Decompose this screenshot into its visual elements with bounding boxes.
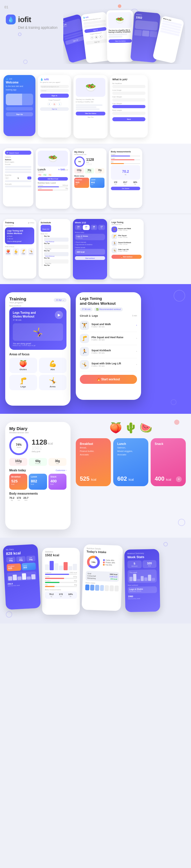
login-phone: 💧 iofit Welcometo the best diet andtrain… [3, 75, 35, 136]
large-diary-section: My Diary Mediterranean diet 74% done 112… [0, 414, 191, 538]
large-training-section: Training Your program 22 Apr ⌄ Next work… [0, 284, 191, 414]
training-section: Training ▶ 5 Films Your program Legs Ton… [0, 213, 191, 284]
bottom-phone-3: Nutrition Details Today's Intake 74% Car… [82, 545, 123, 611]
what-is-you-card: What Is yoU Be Healthier Lose Image Gain… [110, 75, 148, 137]
schedule-phone: Schedule Week 1/12 Week 2/12 Day 1 ▶ Leg… [39, 219, 71, 279]
bottom-phone-4: Workout Summary Week Stats 5 Workouts 32… [124, 549, 160, 612]
bottom-phone-1: My Diary 828 kcal Carbs60g Prot40g Fat20… [3, 544, 41, 610]
diary-phone-sm: My Diary Mediterranean diet 74% 1128 kca… [72, 148, 107, 209]
hero-phones: My Diary 💧 iofit Welcome Sign Up 💧 iofit… [63, 9, 185, 64]
hero-section: 01 💧 iofit Diet & training application M… [0, 0, 191, 70]
meal-cards-container: 🍑 🌵 🍉 Breakfast Bread,Peanut butter,Avoc… [76, 422, 186, 486]
training-large-phone: Training Your program 22 Apr ⌄ Next work… [5, 292, 71, 406]
training-phone-sm: Training ▶ 5 Films Your program Legs Ton… [3, 219, 36, 279]
workout-list-phone: Legs Toning and Glutes Rou... 🏋️ Squat a… [109, 219, 144, 279]
login-form-phone: 💧 iofit It's good to see you again! logo… [38, 75, 71, 137]
lunch-card: Lunch Salmon,Mixed veggies,Avocado 602 k… [113, 438, 148, 486]
workout-detail-large-phone: Legs Toningand Glutes Workout ⏱ 56 min ✅… [76, 292, 141, 400]
week-phone: Week 1/12 14Mon 15Tue 16Wed 17Thu Workou… [73, 219, 107, 279]
brand-tagline: Diet & training application [18, 26, 63, 30]
brand-icon: 💧 [6, 14, 16, 24]
bottom-section: My Diary 828 kcal Carbs60g Prot40g Fat20… [0, 538, 191, 623]
measurement-phone: Body measurements Weight Height BMI 70.2… [109, 148, 142, 208]
brand-row: 💧 iofit [6, 14, 63, 24]
breakfast-card: Breakfast Bread,Peanut butter,Avocado 52… [76, 438, 111, 486]
page-number: 01 [4, 5, 8, 9]
food-phone: 🥗 The key to a healthy lifeis having a h… [73, 75, 108, 138]
search-phone: 🔍 Search food Options Salmon Mixed veggi… [3, 148, 33, 207]
brand-name: iofit [18, 15, 31, 24]
food-diary-section: 🔍 Search food Options Salmon Mixed veggi… [0, 144, 191, 213]
lunch-phone: 🥗 Lunch Salmon ≈ 540kcal 60g 11g 15g Add… [36, 148, 70, 209]
svg-text:74%: 74% [91, 561, 96, 563]
diary-large-phone: My Diary Mediterranean diet 74% done 112… [5, 422, 71, 529]
bottom-phone-2: Statistics 1502 kcal Calories1502 kcal C… [42, 548, 80, 615]
screens-preview-section: 💧 iofit Welcometo the best diet andtrain… [0, 70, 191, 144]
snack-card: Snack 400 kcal + [151, 438, 186, 486]
